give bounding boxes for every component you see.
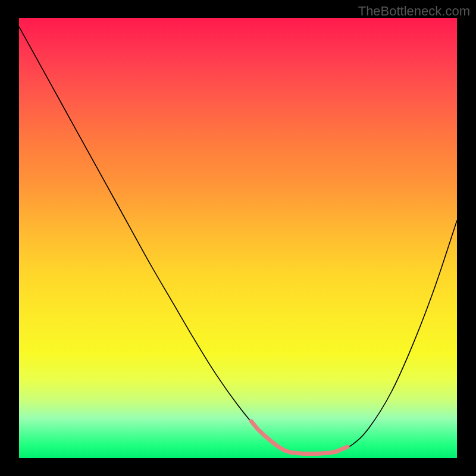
chart-area [19,18,457,458]
watermark-label: TheBottleneck.com [358,4,470,19]
highlight-band [251,421,347,454]
highlight-svg [19,18,457,458]
